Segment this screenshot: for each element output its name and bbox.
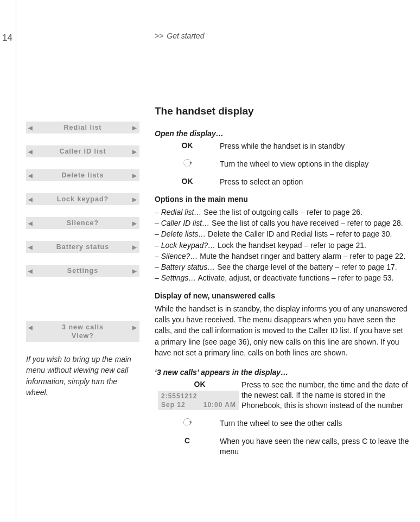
breadcrumb-prefix: >>	[155, 31, 163, 40]
step-key-wheel	[155, 159, 220, 169]
lcd-menu-battery: ◀ Battery status ▶	[26, 241, 139, 253]
unanswered-paragraph: While the handset is in standby, the dis…	[155, 303, 409, 358]
lcd-newcalls-line2: View?	[28, 332, 137, 340]
step-row: OK Press while the handset is in standby	[155, 141, 409, 151]
breadcrumb: >> Get started	[155, 31, 409, 40]
breadcrumb-label: Get started	[167, 31, 204, 40]
option-label: Delete lists…	[161, 230, 206, 238]
lcd-new-calls: ◀ 3 new calls ▶ View?	[26, 321, 139, 342]
section-title: The handset display	[155, 105, 409, 117]
three-new-heading: ‘3 new calls’ appears in the display…	[155, 368, 409, 377]
option-line: – Redial list… See the list of outgoing …	[155, 207, 409, 218]
option-desc: See the list of calls you have received …	[212, 219, 403, 227]
call-detail-date: Sep 12	[161, 401, 186, 409]
lcd-menu-label: Caller ID list	[59, 148, 106, 155]
step-desc: Turn the wheel to view options in the di…	[220, 159, 409, 169]
option-line: – Silence?… Mute the handset ringer and …	[155, 251, 409, 262]
unanswered-heading: Display of new, unanswered calls	[155, 291, 409, 300]
options-list: – Redial list… See the list of outgoing …	[155, 207, 409, 284]
right-triangle-icon: ▶	[132, 220, 137, 226]
right-triangle-icon: ▶	[132, 196, 137, 202]
lcd-menu-label: Redial list	[63, 124, 101, 131]
left-triangle-icon: ◀	[28, 220, 33, 226]
left-triangle-icon: ◀	[28, 125, 33, 131]
option-desc: Delete the Caller ID and Redial lists – …	[208, 230, 392, 238]
option-line: – Caller ID list… See the list of calls …	[155, 218, 409, 228]
lcd-menu-label: Settings	[67, 267, 98, 275]
option-line: – Delete lists… Delete the Caller ID and…	[155, 228, 409, 239]
step-desc: Press to select an option	[220, 177, 409, 187]
lcd-menu-silence: ◀ Silence? ▶	[26, 217, 139, 229]
call-detail-number: 2:5551212	[161, 392, 236, 400]
left-triangle-icon: ◀	[28, 244, 33, 250]
main-content: >> Get started The handset display Open …	[149, 0, 420, 522]
lcd-menu-label: Silence?	[67, 219, 99, 227]
option-label: Settings…	[161, 273, 196, 282]
option-label: Redial list…	[161, 208, 202, 217]
left-triangle-icon: ◀	[28, 173, 33, 179]
lcd-menu-label: Delete lists	[61, 171, 104, 179]
step-desc: When you have seen the new calls, press …	[220, 436, 409, 457]
lcd-menu-settings: ◀ Settings ▶	[26, 265, 139, 277]
step-desc: Press to see the number, the time and th…	[241, 380, 409, 411]
lcd-menu-callerid: ◀ Caller ID list ▶	[26, 145, 139, 157]
step-key-ok: OK	[158, 380, 241, 389]
options-heading: Options in the main menu	[155, 195, 409, 203]
wheel-icon	[183, 418, 191, 426]
step-key-ok: OK	[155, 141, 220, 151]
call-detail-time: 10:00 AM	[203, 401, 236, 409]
option-desc: Mute the handset ringer and battery alar…	[200, 252, 405, 260]
step-desc: Press while the handset is in standby	[220, 141, 409, 151]
sidebar-note: If you wish to bring up the main menu wi…	[26, 354, 139, 398]
step-row: OK 2:5551212 Sep 12 10:00 AM Press to se…	[155, 380, 409, 411]
lcd-menu-label: Lock keypad?	[57, 195, 109, 203]
right-triangle-icon: ▶	[132, 125, 137, 131]
step-key-c: C	[155, 436, 220, 457]
lcd-menu-label: Battery status	[56, 243, 109, 251]
page-number: 14	[0, 0, 16, 522]
step-key-ok: OK	[155, 177, 220, 187]
option-label: Silence?…	[161, 252, 198, 260]
option-desc: See the charge level of the battery – re…	[217, 263, 397, 271]
right-triangle-icon: ▶	[132, 268, 137, 274]
lcd-call-detail: 2:5551212 Sep 12 10:00 AM	[158, 391, 239, 410]
option-desc: Lock the handset keypad – refer to page …	[218, 241, 366, 250]
left-triangle-icon: ◀	[28, 268, 33, 274]
step-row: Turn the wheel to view options in the di…	[155, 159, 409, 169]
option-label: Lock keypad?…	[161, 241, 215, 250]
lcd-menu-delete: ◀ Delete lists ▶	[26, 169, 139, 181]
option-line: – Lock keypad?… Lock the handset keypad …	[155, 240, 409, 251]
option-desc: See the list of outgoing calls – refer t…	[203, 208, 362, 217]
open-display-heading: Open the display…	[155, 129, 409, 138]
option-label: Caller ID list…	[161, 219, 209, 227]
right-triangle-icon: ▶	[132, 324, 137, 330]
step-row: Turn the wheel to see the other calls	[155, 418, 409, 429]
wheel-icon	[183, 159, 191, 167]
step-row: C When you have seen the new calls, pres…	[155, 436, 409, 457]
option-line: – Battery status… See the charge level o…	[155, 262, 409, 272]
right-triangle-icon: ▶	[132, 173, 137, 179]
lcd-menu-redial: ◀ Redial list ▶	[26, 122, 139, 133]
sidebar: ◀ Redial list ▶ ◀ Caller ID list ▶ ◀ Del…	[16, 0, 149, 522]
left-triangle-icon: ◀	[28, 324, 33, 330]
lcd-newcalls-line1: 3 new calls	[62, 323, 104, 331]
lcd-menu-lock: ◀ Lock keypad? ▶	[26, 193, 139, 205]
right-triangle-icon: ▶	[132, 149, 137, 155]
option-desc: Activate, adjust, or deactivate function…	[198, 273, 393, 282]
step-desc: Turn the wheel to see the other calls	[220, 418, 409, 429]
ok-and-detail-column: OK 2:5551212 Sep 12 10:00 AM	[155, 380, 241, 411]
option-label: Battery status…	[161, 263, 215, 271]
step-row: OK Press to select an option	[155, 177, 409, 187]
step-key-wheel	[155, 418, 220, 429]
right-triangle-icon: ▶	[132, 244, 137, 250]
option-line: – Settings… Activate, adjust, or deactiv…	[155, 272, 409, 283]
left-triangle-icon: ◀	[28, 196, 33, 202]
left-triangle-icon: ◀	[28, 149, 33, 155]
